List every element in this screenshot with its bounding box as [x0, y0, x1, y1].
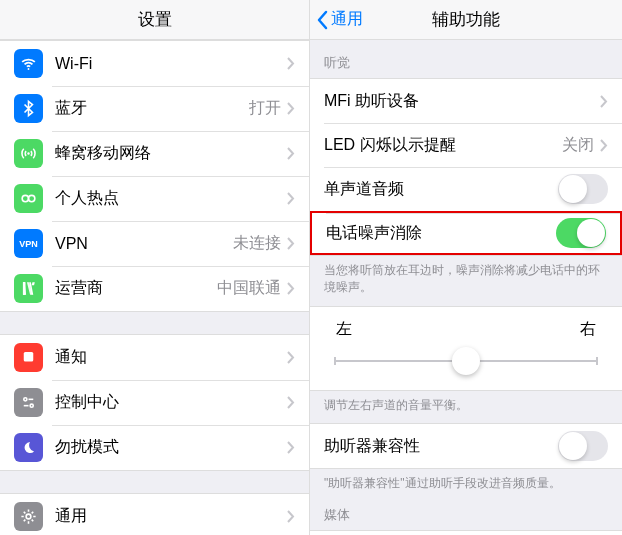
svg-point-7	[24, 398, 27, 401]
balance-footer: 调节左右声道的音量平衡。	[310, 391, 622, 424]
slider-thumb[interactable]	[452, 347, 480, 375]
chevron-right-icon	[287, 396, 295, 409]
hotspot-icon	[14, 184, 43, 213]
media-group: 字幕与隐藏式字幕 口述影像 关闭	[310, 530, 622, 535]
row-notifications[interactable]: 通知	[0, 335, 309, 380]
bluetooth-icon	[14, 94, 43, 123]
settings-group-general: 通用 AA 显示与亮度 墙纸 声音与触感	[0, 493, 309, 535]
balance-group: 左 右	[310, 306, 622, 391]
hearingaid-footer: "助听器兼容性"通过助听手段改进音频质量。	[310, 469, 622, 502]
hearing-group: MFi 助听设备 LED 闪烁以示提醒 关闭 单声道音频 电话噪声消除	[310, 78, 622, 256]
settings-group-network: Wi-Fi 蓝牙 打开 蜂窝移动网络 个人热点 VPN VPN 未连接	[0, 40, 309, 312]
cellular-icon	[14, 139, 43, 168]
noise-toggle[interactable]	[556, 218, 606, 248]
svg-point-0	[28, 68, 30, 70]
row-label: MFi 助听设备	[324, 91, 600, 112]
chevron-right-icon	[287, 351, 295, 364]
accessibility-right-panel: 通用 辅助功能 听觉 MFi 助听设备 LED 闪烁以示提醒 关闭 单声道音频 …	[310, 0, 622, 535]
row-value: 未连接	[233, 233, 281, 254]
back-button[interactable]: 通用	[310, 9, 363, 30]
row-label: VPN	[55, 235, 233, 253]
carrier-icon	[14, 274, 43, 303]
dnd-icon	[14, 433, 43, 462]
row-hearingaid[interactable]: 助听器兼容性	[310, 424, 622, 468]
row-label: 单声道音频	[324, 179, 558, 200]
row-value: 中国联通	[217, 278, 281, 299]
chevron-right-icon	[287, 441, 295, 454]
section-media: 媒体	[310, 502, 622, 530]
control-center-icon	[14, 388, 43, 417]
vpn-icon: VPN	[14, 229, 43, 258]
row-mono-audio[interactable]: 单声道音频	[310, 167, 622, 211]
balance-slider-wrap: 左 右	[310, 307, 622, 390]
left-title: 设置	[0, 0, 309, 40]
row-label: 电话噪声消除	[326, 223, 556, 244]
row-noise-cancel[interactable]: 电话噪声消除	[310, 211, 622, 255]
row-control-center[interactable]: 控制中心	[0, 380, 309, 425]
chevron-right-icon	[287, 57, 295, 70]
hearingaid-group: 助听器兼容性	[310, 423, 622, 469]
settings-group-notifications: 通知 控制中心 勿扰模式	[0, 334, 309, 471]
svg-point-8	[30, 404, 33, 407]
back-label: 通用	[331, 9, 363, 30]
chevron-right-icon	[287, 192, 295, 205]
row-vpn[interactable]: VPN VPN 未连接	[0, 221, 309, 266]
row-label: Wi-Fi	[55, 55, 281, 73]
row-label: 通用	[55, 506, 287, 527]
row-label: LED 闪烁以示提醒	[324, 135, 562, 156]
row-label: 助听器兼容性	[324, 436, 558, 457]
chevron-right-icon	[287, 282, 295, 295]
row-label: 控制中心	[55, 392, 287, 413]
row-dnd[interactable]: 勿扰模式	[0, 425, 309, 470]
balance-right-label: 右	[580, 319, 596, 340]
row-label: 通知	[55, 347, 287, 368]
svg-point-3	[29, 195, 35, 201]
settings-left-panel: 设置 Wi-Fi 蓝牙 打开 蜂窝移动网络 个人热点 VPN VPN 未连	[0, 0, 310, 535]
notifications-icon	[14, 343, 43, 372]
chevron-right-icon	[287, 237, 295, 250]
svg-point-2	[22, 195, 28, 201]
noise-footer: 当您将听筒放在耳边时，噪声消除将减少电话中的环境噪声。	[310, 256, 622, 306]
hearingaid-toggle[interactable]	[558, 431, 608, 461]
row-value: 关闭	[562, 135, 594, 156]
row-bluetooth[interactable]: 蓝牙 打开	[0, 86, 309, 131]
balance-left-label: 左	[336, 319, 352, 340]
row-value: 打开	[249, 98, 281, 119]
chevron-right-icon	[287, 510, 295, 523]
chevron-right-icon	[287, 147, 295, 160]
row-carrier[interactable]: 运营商 中国联通	[0, 266, 309, 311]
general-icon	[14, 502, 43, 531]
balance-slider[interactable]	[324, 346, 608, 376]
chevron-right-icon	[287, 102, 295, 115]
row-hotspot[interactable]: 个人热点	[0, 176, 309, 221]
row-label: 蓝牙	[55, 98, 249, 119]
mono-toggle[interactable]	[558, 174, 608, 204]
row-label: 勿扰模式	[55, 437, 287, 458]
row-label: 蜂窝移动网络	[55, 143, 287, 164]
svg-point-1	[27, 152, 29, 154]
svg-point-9	[26, 514, 31, 519]
row-mfi[interactable]: MFi 助听设备	[310, 79, 622, 123]
section-hearing: 听觉	[310, 40, 622, 78]
row-led[interactable]: LED 闪烁以示提醒 关闭	[310, 123, 622, 167]
chevron-right-icon	[600, 139, 608, 152]
row-label: 运营商	[55, 278, 217, 299]
row-wifi[interactable]: Wi-Fi	[0, 41, 309, 86]
wifi-icon	[14, 49, 43, 78]
row-general[interactable]: 通用	[0, 494, 309, 535]
right-header: 通用 辅助功能	[310, 0, 622, 40]
row-label: 个人热点	[55, 188, 287, 209]
svg-rect-6	[24, 352, 34, 362]
row-subtitles[interactable]: 字幕与隐藏式字幕	[310, 531, 622, 535]
row-cellular[interactable]: 蜂窝移动网络	[0, 131, 309, 176]
chevron-right-icon	[600, 95, 608, 108]
